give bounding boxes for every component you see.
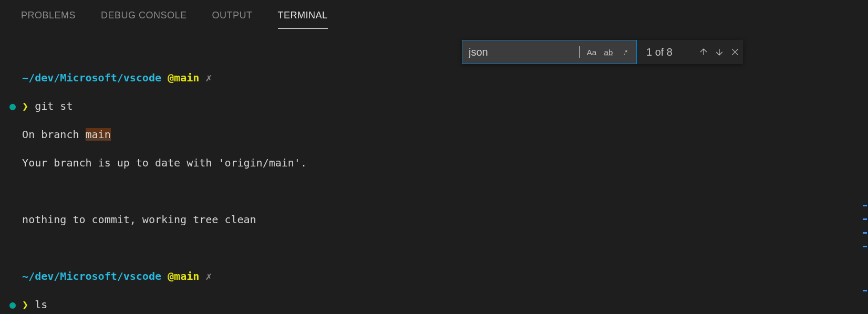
terminal-view[interactable]: ~/dev/Microsoft/vscode @main ✗ ● ❯ git s… [9, 57, 868, 314]
regex-icon: .* [624, 48, 627, 56]
exec-dot-icon: ● [9, 298, 16, 311]
cwd: ~/dev/Microsoft/vscode [22, 270, 161, 282]
blank-line [9, 184, 868, 198]
cwd: ~/dev/Microsoft/vscode [22, 71, 161, 84]
dirty-indicator: ✗ [205, 71, 212, 84]
arrow-down-icon [714, 47, 725, 57]
prompt-line: ~/dev/Microsoft/vscode @main ✗ [9, 71, 868, 85]
output-line: nothing to commit, working tree clean [9, 213, 868, 227]
git-branch: @main [168, 270, 199, 282]
panel-tabstrip: PROBLEMS DEBUG CONSOLE OUTPUT TERMINAL [0, 0, 868, 29]
exec-dot-icon: ● [9, 100, 16, 112]
dirty-indicator: ✗ [205, 270, 212, 282]
whole-word-icon: ab [604, 48, 613, 57]
command-text: ls [35, 298, 47, 311]
output-line: On branch main [9, 128, 868, 142]
terminal-overview-ruler [863, 57, 867, 314]
prompt-line: ~/dev/Microsoft/vscode @main ✗ [9, 269, 868, 284]
tab-debug-console[interactable]: DEBUG CONSOLE [101, 10, 187, 29]
text-caret [579, 46, 580, 58]
git-branch: @main [168, 71, 199, 84]
output-line: Your branch is up to date with 'origin/m… [9, 156, 868, 170]
tab-terminal[interactable]: TERMINAL [278, 10, 328, 29]
prompt-arrow: ❯ [22, 298, 28, 311]
blank-line [9, 241, 868, 255]
command-line: ● ❯ ls [9, 298, 868, 312]
tab-problems[interactable]: PROBLEMS [21, 10, 76, 29]
arrow-up-icon [698, 47, 709, 57]
branch-name: main [86, 128, 111, 141]
close-icon [730, 47, 740, 57]
prompt-arrow: ❯ [22, 100, 28, 112]
command-text: git st [35, 100, 73, 112]
command-line: ● ❯ git st [9, 99, 868, 113]
tab-output[interactable]: OUTPUT [212, 10, 253, 29]
